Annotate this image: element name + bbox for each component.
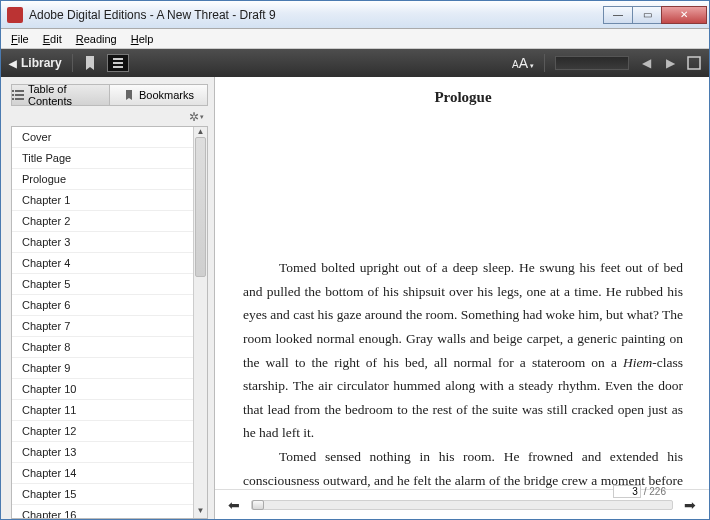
toc-list[interactable]: CoverTitle PagePrologueChapter 1Chapter …: [12, 127, 193, 518]
content-area: Table of Contents Bookmarks ✲▾ CoverTitl…: [1, 77, 709, 519]
toc-tab-label: Table of Contents: [28, 83, 109, 107]
toc-item[interactable]: Title Page: [12, 148, 193, 169]
toc-item[interactable]: Chapter 14: [12, 463, 193, 484]
page-content: Prologue Tomed bolted upright out of a d…: [215, 77, 709, 489]
bookmarks-tab-label: Bookmarks: [139, 89, 194, 101]
toc-item[interactable]: Chapter 3: [12, 232, 193, 253]
library-button[interactable]: ◀ Library: [9, 56, 62, 70]
app-window: Adobe Digital Editions - A New Threat - …: [0, 0, 710, 520]
toc-item[interactable]: Chapter 15: [12, 484, 193, 505]
bookmarks-icon: [123, 89, 135, 101]
view-mode-group: [107, 54, 129, 72]
toc-item[interactable]: Chapter 9: [12, 358, 193, 379]
svg-rect-2: [113, 66, 123, 68]
scroll-thumb[interactable]: [195, 137, 206, 277]
window-title: Adobe Digital Editions - A New Threat - …: [29, 8, 604, 22]
back-triangle-icon: ◀: [9, 58, 17, 69]
toc-item[interactable]: Cover: [12, 127, 193, 148]
toc-scrollbar[interactable]: ▲ ▼: [193, 127, 207, 518]
library-label: Library: [21, 56, 62, 70]
page-prev-button[interactable]: ⬅: [225, 497, 243, 513]
sidebar-tabs: Table of Contents Bookmarks: [11, 84, 208, 106]
separator: [72, 54, 73, 72]
toc-item[interactable]: Chapter 12: [12, 421, 193, 442]
minimize-button[interactable]: —: [603, 6, 633, 24]
window-controls: — ▭ ✕: [604, 6, 707, 24]
app-icon: [7, 7, 23, 23]
page-footer: ⬅ / 226 ➡: [215, 489, 709, 519]
tab-bookmarks[interactable]: Bookmarks: [109, 84, 208, 106]
sidebar-options-row: ✲▾: [11, 106, 208, 126]
svg-rect-6: [12, 94, 14, 96]
page-slider-thumb[interactable]: [252, 500, 264, 510]
svg-rect-9: [15, 98, 24, 100]
toc-item[interactable]: Chapter 6: [12, 295, 193, 316]
paragraph: Tomed bolted upright out of a deep sleep…: [243, 256, 683, 445]
svg-rect-1: [113, 62, 123, 64]
chevron-down-icon: ▾: [200, 113, 204, 121]
toc-item[interactable]: Prologue: [12, 169, 193, 190]
page-slider-track[interactable]: / 226: [251, 500, 673, 510]
toc-item[interactable]: Chapter 8: [12, 337, 193, 358]
page-next-button[interactable]: ➡: [681, 497, 699, 513]
gear-icon: ✲: [189, 110, 199, 124]
svg-rect-3: [688, 57, 700, 69]
close-button[interactable]: ✕: [661, 6, 707, 24]
search-box[interactable]: [555, 56, 629, 70]
toolbar: ◀ Library AA▾ ◀ ▶: [1, 49, 709, 77]
page-number-input[interactable]: [613, 485, 641, 498]
search-next-button[interactable]: ▶: [663, 56, 677, 70]
titlebar: Adobe Digital Editions - A New Threat - …: [1, 1, 709, 29]
toc-item[interactable]: Chapter 7: [12, 316, 193, 337]
page-body: Tomed bolted upright out of a deep sleep…: [243, 256, 683, 489]
scroll-down-button[interactable]: ▼: [194, 506, 207, 518]
toc-item[interactable]: Chapter 4: [12, 253, 193, 274]
maximize-button[interactable]: ▭: [632, 6, 662, 24]
svg-rect-7: [15, 94, 24, 96]
page-heading: Prologue: [243, 89, 683, 106]
menu-file[interactable]: File: [5, 31, 35, 47]
tab-toc[interactable]: Table of Contents: [11, 84, 110, 106]
menu-help[interactable]: Help: [125, 31, 160, 47]
svg-rect-8: [12, 98, 14, 100]
toc-item[interactable]: Chapter 16: [12, 505, 193, 518]
text-size-button[interactable]: AA▾: [512, 55, 534, 71]
menubar: File Edit Reading Help: [1, 29, 709, 49]
search-prev-button[interactable]: ◀: [639, 56, 653, 70]
bookmark-ribbon-icon[interactable]: [83, 55, 97, 71]
toc-item[interactable]: Chapter 1: [12, 190, 193, 211]
separator: [544, 54, 545, 72]
toc-item[interactable]: Chapter 11: [12, 400, 193, 421]
toc-item[interactable]: Chapter 2: [12, 211, 193, 232]
fullscreen-icon[interactable]: [687, 56, 701, 70]
toc-icon: [12, 89, 24, 101]
toc-item[interactable]: Chapter 13: [12, 442, 193, 463]
svg-rect-5: [15, 90, 24, 92]
toc-item[interactable]: Chapter 10: [12, 379, 193, 400]
toc-panel: CoverTitle PagePrologueChapter 1Chapter …: [11, 126, 208, 519]
sidebar-options-button[interactable]: ✲▾: [189, 110, 204, 124]
paragraph: Tomed sensed nothing in his room. He fro…: [243, 445, 683, 489]
menu-edit[interactable]: Edit: [37, 31, 68, 47]
page-number-display: / 226: [613, 485, 666, 498]
reader-pane: Prologue Tomed bolted upright out of a d…: [215, 77, 709, 519]
menu-reading[interactable]: Reading: [70, 31, 123, 47]
svg-rect-4: [12, 90, 14, 92]
svg-rect-0: [113, 58, 123, 60]
page-total-label: / 226: [644, 486, 666, 497]
sidebar: Table of Contents Bookmarks ✲▾ CoverTitl…: [1, 77, 215, 519]
toc-item[interactable]: Chapter 5: [12, 274, 193, 295]
view-single-page-button[interactable]: [107, 54, 129, 72]
